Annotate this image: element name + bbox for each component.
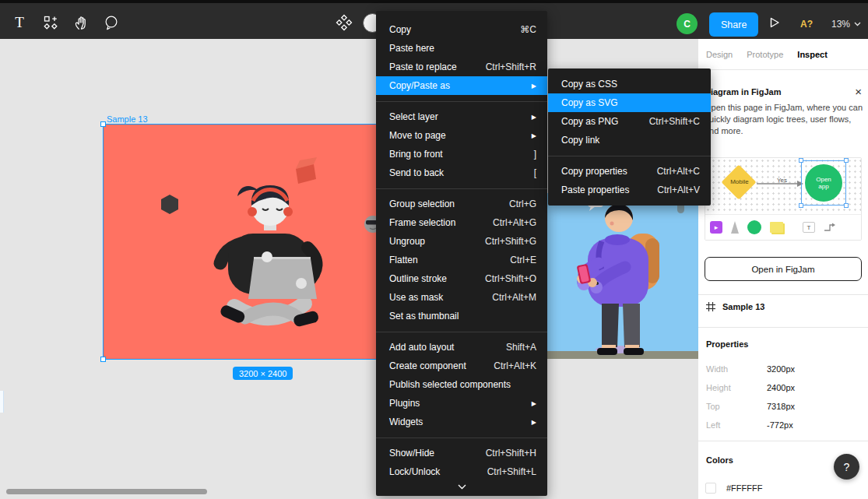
menu-item[interactable]: Outline stroke Ctrl+Shift+O ▶: [376, 269, 547, 288]
separator: [698, 441, 868, 441]
menu-item-label: Add auto layout: [389, 342, 454, 353]
text-tool-button[interactable]: T: [7, 10, 32, 35]
menu-item[interactable]: Group selection Ctrl+G ▶: [376, 195, 547, 213]
figjam-connector-icon: [824, 223, 836, 232]
menu-item-label: Copy as SVG: [561, 97, 618, 108]
missing-font-indicator[interactable]: A?: [800, 19, 813, 30]
menu-item-label: Select layer: [389, 111, 438, 122]
sidebar-tab[interactable]: Design: [706, 50, 733, 59]
menu-item-label: Publish selected components: [389, 379, 511, 390]
selected-frame-sample-13[interactable]: [104, 125, 416, 359]
menu-item[interactable]: Widgets ▶: [376, 413, 547, 431]
menu-item[interactable]: Select layer ▶: [376, 107, 547, 126]
figjam-connector-label: Yes: [777, 177, 787, 184]
selected-layer-row[interactable]: Sample 13: [706, 302, 764, 311]
menu-item[interactable]: Send to back [ ▶: [376, 163, 547, 182]
menu-item[interactable]: Flatten Ctrl+E ▶: [376, 251, 547, 269]
menu-item-label: Use as mask: [389, 292, 443, 303]
zoom-level-value: 13%: [831, 19, 850, 30]
properties-section-title: Properties: [706, 339, 748, 349]
menu-item[interactable]: Frame selection Ctrl+Alt+G ▶: [376, 213, 547, 232]
menu-item-label: Paste properties: [561, 184, 629, 195]
submenu-section-properties: Copy properties Ctrl+Alt+C ▶ Paste prope…: [548, 162, 711, 199]
menu-item-shortcut: Ctrl+E: [510, 255, 536, 265]
figjam-sticky-note-icon: [770, 222, 783, 233]
menu-item[interactable]: Plugins ▶: [376, 394, 547, 413]
menu-section-layout: Add auto layout Shift+A ▶ Create compone…: [376, 338, 547, 431]
menu-item[interactable]: Paste to replace Ctrl+Shift+R ▶: [376, 58, 547, 76]
menu-item[interactable]: Copy ⌘C ▶: [376, 20, 547, 39]
menu-item-label: Move to page: [389, 130, 446, 141]
sidebar-tab[interactable]: Inspect: [797, 50, 828, 59]
menu-item[interactable]: Show/Hide Ctrl+Shift+H ▶: [376, 444, 547, 462]
figjam-marker-icon: [731, 221, 739, 234]
sidebar-tab[interactable]: Prototype: [747, 50, 783, 59]
open-in-figjam-button[interactable]: Open in FigJam: [705, 257, 862, 281]
figjam-diamond-label: Mobile: [722, 178, 757, 185]
menu-item-label: Copy as CSS: [561, 79, 617, 90]
menu-item-shortcut: Ctrl+Alt+K: [494, 360, 536, 371]
menu-item[interactable]: Add auto layout Shift+A ▶: [376, 338, 547, 357]
comment-icon: [103, 14, 120, 31]
menu-item[interactable]: Publish selected components ▶: [376, 375, 547, 394]
menu-item[interactable]: Copy as PNG Ctrl+Shift+C ▶: [548, 112, 711, 131]
menu-item[interactable]: Copy link ▶: [548, 131, 711, 149]
figjam-selection-box: [801, 160, 846, 206]
separator: [376, 188, 547, 189]
property-value: 3200px: [767, 364, 795, 374]
menu-item-label: Send to back: [389, 167, 444, 178]
menu-item[interactable]: Lock/Unlock Ctrl+Shift+L ▶: [376, 462, 547, 481]
menu-item-label: Lock/Unlock: [389, 466, 440, 477]
submenu-arrow-icon: ▶: [532, 419, 536, 426]
widgets-tool-button[interactable]: [332, 10, 357, 35]
comment-tool-button[interactable]: [99, 10, 124, 35]
menu-scroll-more[interactable]: [376, 481, 547, 494]
share-button[interactable]: Share: [709, 12, 758, 37]
menu-item[interactable]: Bring to front ] ▶: [376, 145, 547, 163]
widgets-diamond-grid-icon: [334, 12, 354, 33]
menu-item-shortcut: Ctrl+Shift+H: [486, 448, 536, 459]
menu-item-label: Widgets: [389, 416, 423, 427]
separator: [376, 438, 547, 438]
zoom-level-control[interactable]: 13%: [831, 19, 861, 30]
menu-item-label: Bring to front: [389, 149, 443, 160]
selection-handle[interactable]: [100, 121, 106, 127]
frame-icon: [706, 302, 715, 311]
present-button[interactable]: [762, 10, 787, 35]
menu-item-label: Paste here: [389, 43, 434, 54]
user-avatar[interactable]: C: [676, 13, 698, 34]
menu-item[interactable]: Paste properties Ctrl+Alt+V ▶: [548, 181, 711, 199]
menu-item[interactable]: Ungroup Ctrl+Shift+G ▶: [376, 232, 547, 251]
property-label: Height: [706, 383, 767, 392]
help-button[interactable]: ?: [834, 454, 859, 480]
figjam-cursor-icon: ▸: [710, 221, 722, 234]
menu-item-label: Plugins: [389, 398, 420, 409]
menu-item[interactable]: Copy as CSS ▶: [548, 75, 711, 93]
property-label: Top: [706, 402, 767, 411]
color-swatch-row[interactable]: #FFFFFF: [705, 483, 762, 494]
inspect-sidebar: Design Prototype Inspect Diagram in FigJ…: [698, 39, 868, 499]
color-swatch[interactable]: [705, 483, 716, 494]
menu-item[interactable]: Copy/Paste as ▶: [376, 76, 547, 95]
selection-handle[interactable]: [100, 357, 106, 362]
menu-item[interactable]: Paste here ▶: [376, 39, 547, 58]
menu-item[interactable]: Copy as SVG ▶: [548, 93, 711, 112]
menu-item-shortcut: Ctrl+G: [509, 199, 536, 209]
phone-person-frame[interactable]: [547, 193, 698, 359]
copy-paste-as-submenu: Copy as CSS ▶ Copy as SVG ▶ Copy as PNG …: [548, 69, 711, 206]
menu-item[interactable]: Copy properties Ctrl+Alt+C ▶: [548, 162, 711, 181]
menu-item-shortcut: Ctrl+Alt+M: [492, 292, 536, 303]
menu-item[interactable]: Set as thumbnail ▶: [376, 307, 547, 325]
menu-item-label: Frame selection: [389, 217, 455, 228]
frame-name-label[interactable]: Sample 13: [107, 114, 148, 124]
menu-item[interactable]: Move to page ▶: [376, 126, 547, 145]
close-icon[interactable]: ×: [855, 86, 862, 97]
horizontal-scrollbar[interactable]: [6, 489, 207, 494]
menu-item-shortcut: Ctrl+Alt+C: [657, 166, 700, 177]
menu-item-label: Create component: [389, 360, 466, 371]
menu-item[interactable]: Use as mask Ctrl+Alt+M ▶: [376, 288, 547, 307]
hand-tool-button[interactable]: [69, 10, 93, 35]
components-tool-button[interactable]: [38, 10, 63, 35]
menu-item[interactable]: Create component Ctrl+Alt+K ▶: [376, 357, 547, 375]
menu-section-clipboard: Copy ⌘C ▶ Paste here ▶ Paste to replace …: [376, 20, 547, 95]
